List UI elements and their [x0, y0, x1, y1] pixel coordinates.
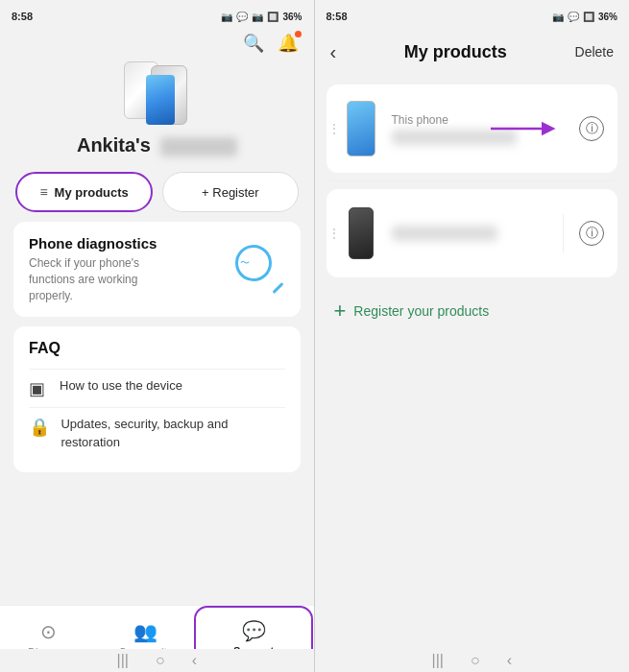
gesture-bar-left: ||| ○ ‹ [0, 649, 314, 672]
faq-item-1-text: How to use the device [60, 377, 182, 395]
diagnostics-title: Phone diagnostics [29, 235, 173, 252]
faq-item-2[interactable]: 🔒 Updates, security, backup and restorat… [29, 407, 285, 458]
panel-right: 8:58 📷 💬 🔲 36% ‹ My products Delete ⋮ Th… [315, 0, 630, 672]
faq-title: FAQ [29, 340, 285, 357]
status-bar-left: 8:58 📷 💬 📷 🔲 36% [0, 0, 314, 27]
diagnostics-subtitle: Check if your phone's functions are work… [29, 255, 173, 303]
name-blur [160, 137, 237, 156]
register-products-row[interactable]: + Register your products [315, 285, 630, 337]
notification-dot [295, 31, 302, 37]
drag-handle-2: ⋮ [328, 227, 340, 240]
product-info-2 [392, 226, 548, 241]
notification-icon[interactable]: 🔔 [278, 33, 299, 54]
status-icons-right-left: 📷 💬 📷 🔲 36% [221, 12, 302, 22]
product-thumb-2 [340, 201, 382, 266]
community-icon: 👥 [133, 620, 157, 643]
back-arrow-icon: ‹ [330, 41, 337, 63]
diagnostics-card[interactable]: Phone diagnostics Check if your phone's … [13, 222, 301, 317]
gesture-bar-right: ||| ○ ‹ [315, 649, 630, 672]
faq-card: FAQ ▣ How to use the device 🔒 Updates, s… [13, 326, 301, 471]
status-icons-right-2: 📷 💬 🔲 36% [552, 12, 617, 22]
gesture-back: ‹ [192, 652, 197, 669]
magnify-handle [272, 282, 283, 294]
register-products-text: Register your products [353, 303, 489, 319]
diagnostics-text: Phone diagnostics Check if your phone's … [29, 235, 173, 303]
arrow-annotation [491, 114, 577, 143]
phone-front [151, 65, 187, 125]
support-icon: 💬 [242, 619, 266, 642]
register-plus-icon: + [334, 299, 347, 324]
status-time-right: 8:58 [327, 11, 348, 22]
product-thumb-1 [340, 96, 382, 161]
phone-thumb-1 [347, 101, 375, 156]
status-bar-right: 8:58 📷 💬 🔲 36% [315, 0, 630, 27]
panel-title: My products [404, 42, 507, 62]
info-button-2[interactable]: ⓘ [579, 221, 604, 246]
phone-screen [146, 75, 175, 125]
gesture-lines-2: ||| [432, 652, 444, 669]
top-action-bar: 🔍 🔔 [0, 27, 314, 54]
faq-item-1[interactable]: ▣ How to use the device [29, 369, 285, 407]
product-list: ⋮ This phone ⓘ ⋮ [315, 77, 630, 285]
action-buttons-row: ≡ My products + Register [0, 172, 314, 212]
my-products-button[interactable]: ≡ My products [15, 172, 153, 212]
product-separator [330, 180, 615, 181]
user-name: Ankita's [77, 134, 237, 156]
vertical-divider [563, 214, 564, 252]
drag-handle-1: ⋮ [328, 122, 340, 135]
faq-item-2-text: Updates, security, backup and restoratio… [60, 416, 284, 450]
delete-button[interactable]: Delete [575, 44, 614, 60]
gesture-circle: ○ [156, 652, 165, 669]
device-icon: ▣ [29, 378, 48, 399]
phone-thumb-2 [349, 207, 374, 259]
register-button[interactable]: + Register [162, 172, 298, 212]
product-card-1[interactable]: ⋮ This phone ⓘ [327, 84, 618, 173]
gesture-lines: ||| [117, 652, 129, 669]
gesture-back-2: ‹ [507, 652, 512, 669]
lock-icon: 🔒 [29, 417, 49, 438]
gesture-circle-2: ○ [471, 652, 480, 669]
product-name-blur-2 [392, 226, 497, 241]
phone-image [118, 61, 195, 129]
product-card-2[interactable]: ⋮ ⓘ [327, 189, 618, 277]
status-time-left: 8:58 [12, 11, 33, 22]
hero-section: Ankita's [0, 54, 314, 168]
discover-icon: ⊙ [40, 620, 57, 643]
search-icon[interactable]: 🔍 [243, 33, 264, 54]
heartbeat-icon: 〜 [240, 256, 250, 270]
panel-header: ‹ My products Delete [315, 27, 630, 77]
menu-lines-icon: ≡ [39, 184, 47, 200]
panel-left: 8:58 📷 💬 📷 🔲 36% 🔍 🔔 Ankita's [0, 0, 314, 672]
info-button-1[interactable]: ⓘ [579, 116, 604, 141]
diagnostics-icon: 〜 [235, 245, 285, 295]
back-button[interactable]: ‹ [330, 41, 337, 63]
